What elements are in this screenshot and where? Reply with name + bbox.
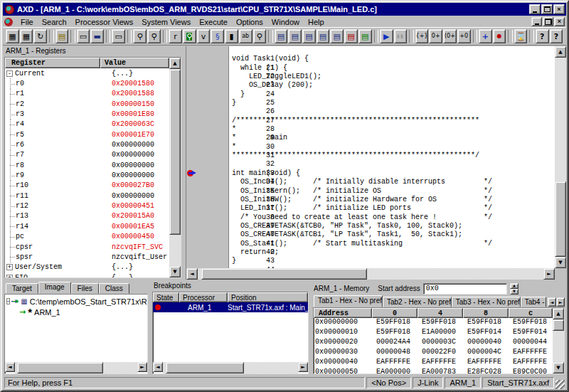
debugger-internals-icon[interactable]: ▤ [302,29,316,43]
register-row[interactable]: r12 0x00000451 [5,201,169,211]
step-in-icon[interactable]: {+} [415,29,429,43]
line-number-gutter[interactable]: 41 [186,222,229,231]
register-row[interactable]: r7 0x00000000 [5,150,169,160]
panel-tab[interactable]: Class [99,283,129,294]
register-row[interactable]: r5 0x00001E70 [5,129,169,139]
source-code-view[interactable]: 21 22 void Task1(void) { [186,46,555,268]
tab-scroll-left-icon[interactable]: ◄ [548,297,556,307]
memory-row[interactable]: 0x00000010 E59FF018 E1A00000 E59FF014 E5… [314,328,553,338]
line-number-gutter[interactable]: 40 [186,213,229,222]
line-number-gutter[interactable]: 23 [186,64,229,73]
menu-item[interactable]: Options [232,17,267,27]
scroll-right-icon[interactable]: ► [298,362,308,372]
scroll-left-icon[interactable]: ◄ [153,362,163,372]
memory-tab[interactable]: Tab1 - Hex - No prefix [314,295,383,307]
variables-window-icon[interactable]: v [197,29,211,43]
register-row[interactable]: r8 0x00000000 [5,160,169,170]
register-row[interactable]: cpsr nzcvqIFT_SVC [5,242,169,252]
resize-grip[interactable] [555,380,565,389]
scrollbar-thumb[interactable] [201,268,367,280]
memory-row[interactable]: 0x00000040 EAFFFFFE EAFFFFFE EAFFFFFE EA… [314,358,553,368]
spin-up-icon[interactable]: ▲ [510,283,519,289]
line-number-gutter[interactable]: 35 [186,169,229,178]
maximize-button[interactable] [541,4,553,14]
line-number-gutter[interactable]: 36 [186,178,229,186]
breakpoint-current-line-marker[interactable] [187,170,197,177]
position-column-header[interactable]: Position [228,292,308,302]
command-line-icon[interactable]: ▤ [330,29,344,43]
offset4-column-header[interactable]: 4 [418,308,463,318]
line-number-gutter[interactable]: 38 [186,196,229,204]
line-number-gutter[interactable]: 37 [186,187,229,196]
scroll-left-icon[interactable]: ◄ [186,268,198,280]
toggle-breakpoint-icon[interactable]: + [479,29,492,43]
memory-map-icon[interactable]: ▤ [317,29,330,43]
processor-column-header[interactable]: Processor [179,292,228,302]
scrollbar-thumb[interactable] [17,362,102,374]
register-row[interactable]: r13 0x200015A0 [5,211,169,221]
panel-tab[interactable]: Image [38,282,71,294]
line-number-gutter[interactable]: 33 [186,152,229,160]
register-column-header[interactable]: Register [5,58,100,68]
register-row[interactable]: r1 0x20001588 [5,89,169,99]
offset0-column-header[interactable]: 0 [372,308,418,318]
memory-row[interactable]: 0x00000020 000024A4 0000003C 00000040 00… [314,338,553,348]
line-number-gutter[interactable]: 32 [186,143,229,152]
tree-item-image-root[interactable]: - → ▦ C:\temp\embOS_Start_STR71x\RO [6,296,147,307]
line-number-gutter[interactable]: 42 [186,231,229,239]
register-row[interactable]: r2 0x00000150 [5,99,169,109]
spin-down-icon[interactable]: ▼ [510,289,519,295]
menu-item[interactable]: Help [304,17,329,27]
scroll-up-icon[interactable]: ▲ [553,308,564,319]
open-file-icon[interactable]: ▤ [55,29,69,43]
clear-breakpoint-icon[interactable]: ● [493,29,506,43]
scroll-down-icon[interactable]: ▼ [169,266,181,277]
scrollbar-thumb[interactable] [553,319,564,331]
mdi-minimize-button[interactable] [531,17,542,26]
memory-tab[interactable]: Tab3 - Hex - No prefix [452,297,521,307]
mdi-close-button[interactable]: × [554,17,565,26]
tree-expander-icon[interactable]: - [6,298,10,304]
line-number-gutter[interactable]: 44 [186,248,229,257]
menu-item[interactable]: Window [267,17,304,27]
address-column-header[interactable]: Address [314,308,372,318]
register-row[interactable]: r3 0x00001E80 [5,109,169,119]
image-horizontal-scrollbar[interactable]: ◄ ► [5,362,147,374]
panel-tab[interactable]: Files [71,283,99,294]
low-level-symbols-icon[interactable]: ab [239,29,252,43]
breakpoints-window-icon[interactable]: ▤ [344,29,358,43]
register-row[interactable]: r0 0x20001580 [5,78,169,88]
registers-scrollbar[interactable]: ▲ ▼ [169,58,181,277]
line-number-gutter[interactable]: 45 [186,257,229,265]
code-vertical-scrollbar[interactable]: ▲ ▼ [555,46,566,268]
minimize-button[interactable] [529,4,541,14]
run-to-cursor-icon[interactable]: +0 [457,29,471,43]
state-column-header[interactable]: State [153,292,179,302]
line-number-gutter[interactable]: 21 [186,46,229,55]
value-column-header[interactable]: Value [100,58,169,68]
close-button[interactable]: × [553,4,565,14]
line-number-gutter[interactable]: 39 [186,204,229,213]
menu-item[interactable]: File [16,17,38,27]
find-icon[interactable]: ⚲ [133,29,147,43]
register-row[interactable]: - Current {...} [5,68,169,78]
find-next-icon[interactable]: ⚲ [147,29,161,43]
source-explorer-icon[interactable]: ⚲ [253,29,267,43]
scroll-left-icon[interactable]: ◄ [5,362,15,372]
scroll-down-icon[interactable]: ▼ [555,257,566,268]
menu-item[interactable]: Search [38,17,71,27]
memory-row[interactable]: 0x00000030 00000048 000022F0 0000004C EA… [314,348,553,358]
watchpoints-window-icon[interactable]: ▤ [358,29,372,43]
tree-expander-icon[interactable]: + [6,275,13,277]
register-row[interactable]: + FIQ {...} [5,272,169,277]
step-out-icon[interactable]: (0+ [443,29,457,43]
step-icon[interactable]: 0+ [429,29,442,43]
console-window-icon[interactable]: ▤ [275,29,288,43]
line-number-gutter[interactable]: 27 [186,99,229,107]
memory-row[interactable]: 0x00000000 E59FF018 E59FF018 E59FF018 E5… [314,318,553,328]
tree-item-arm1[interactable]: → * ARM_1 [6,307,147,317]
save-session-icon[interactable]: ▬ [90,29,104,43]
reload-image-icon[interactable]: ↻ [33,29,47,43]
line-number-gutter[interactable]: 22 [186,55,229,63]
memory-window-icon[interactable]: ▮ [225,29,238,43]
